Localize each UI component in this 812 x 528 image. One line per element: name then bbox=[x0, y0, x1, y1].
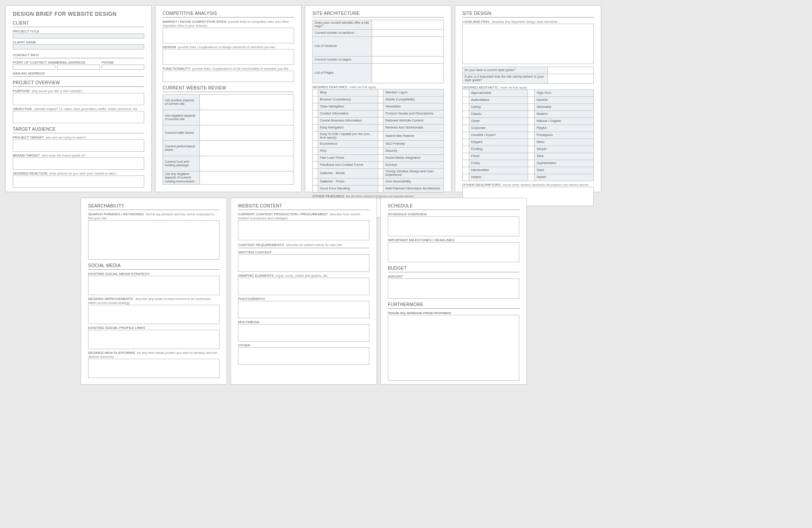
client-name-input[interactable] bbox=[13, 44, 144, 50]
design-input[interactable] bbox=[163, 49, 294, 65]
q1-cell[interactable] bbox=[548, 67, 594, 74]
feature-check[interactable] bbox=[313, 162, 318, 169]
review-cell[interactable] bbox=[199, 95, 294, 110]
written-input[interactable] bbox=[238, 254, 369, 272]
objective-input[interactable] bbox=[13, 111, 144, 123]
sitemap-cell[interactable] bbox=[372, 20, 443, 30]
list-pages-cell[interactable] bbox=[372, 63, 443, 83]
aesth-check[interactable] bbox=[528, 153, 535, 160]
feature-check[interactable] bbox=[313, 185, 318, 192]
func-input[interactable] bbox=[163, 71, 294, 82]
aesth-check[interactable] bbox=[463, 174, 469, 181]
aesth-check[interactable] bbox=[463, 132, 469, 139]
aesth-check[interactable] bbox=[528, 139, 535, 146]
feature-check[interactable] bbox=[313, 141, 318, 148]
aesth-check[interactable] bbox=[463, 96, 469, 103]
feature-check[interactable] bbox=[313, 178, 318, 185]
review-cell[interactable] bbox=[199, 125, 294, 141]
aesth-check[interactable] bbox=[463, 167, 469, 174]
feature-check[interactable] bbox=[378, 103, 383, 110]
contact-info-label: CONTACT INFO bbox=[13, 53, 144, 57]
feature-check[interactable] bbox=[378, 148, 383, 155]
aesth-check[interactable] bbox=[463, 160, 469, 167]
num-sections-cell[interactable] bbox=[372, 29, 443, 36]
aesth-check[interactable] bbox=[463, 118, 469, 125]
amount-input[interactable] bbox=[388, 278, 519, 299]
market-input[interactable] bbox=[163, 28, 294, 43]
aesth-check[interactable] bbox=[463, 103, 469, 111]
q2-cell[interactable] bbox=[548, 74, 594, 84]
aesth-check[interactable] bbox=[528, 160, 535, 167]
aesth-check[interactable] bbox=[463, 89, 469, 96]
feature-check[interactable] bbox=[313, 89, 318, 96]
review-cell[interactable] bbox=[199, 110, 294, 125]
feature-check[interactable] bbox=[313, 110, 318, 117]
feature-name: FAQ bbox=[318, 148, 378, 155]
feature-check[interactable] bbox=[378, 155, 383, 162]
email-input[interactable] bbox=[57, 64, 99, 70]
other-content-input[interactable] bbox=[238, 347, 369, 365]
feature-name: Galleries - Media bbox=[318, 169, 378, 178]
kw-input[interactable] bbox=[88, 220, 220, 260]
photo-input[interactable] bbox=[238, 301, 369, 318]
feature-check[interactable] bbox=[378, 117, 383, 124]
look-input[interactable] bbox=[462, 24, 594, 64]
feature-check[interactable] bbox=[378, 124, 383, 131]
aesth-check[interactable] bbox=[463, 139, 469, 146]
milestones-input[interactable] bbox=[388, 242, 519, 262]
feature-check[interactable] bbox=[313, 169, 318, 178]
feature-check[interactable] bbox=[313, 103, 318, 110]
feature-name: Relevant Website Content bbox=[383, 117, 444, 124]
project-target-input[interactable] bbox=[13, 139, 144, 152]
neg-host-cell[interactable] bbox=[199, 171, 294, 185]
feature-check[interactable] bbox=[378, 131, 383, 141]
aesth-check[interactable] bbox=[528, 96, 535, 103]
aesth-check[interactable] bbox=[528, 174, 535, 181]
feature-check[interactable] bbox=[313, 117, 318, 124]
existing-strategy-input[interactable] bbox=[88, 276, 220, 295]
new-platforms-input[interactable] bbox=[88, 359, 220, 378]
aesth-check[interactable] bbox=[528, 89, 535, 96]
list-sections-cell[interactable] bbox=[372, 36, 443, 56]
aesth-check[interactable] bbox=[528, 146, 535, 153]
review-cell[interactable] bbox=[199, 141, 294, 156]
feature-check[interactable] bbox=[313, 96, 318, 103]
more-input[interactable] bbox=[388, 315, 519, 381]
feature-check[interactable] bbox=[313, 148, 318, 155]
num-pages-cell[interactable] bbox=[372, 56, 443, 63]
schedule-overview-input[interactable] bbox=[388, 216, 519, 236]
brand-target-input[interactable] bbox=[13, 157, 144, 170]
aesth-check[interactable] bbox=[463, 146, 469, 153]
feature-check[interactable] bbox=[378, 141, 383, 148]
purpose-input[interactable] bbox=[13, 93, 144, 105]
aesth-check[interactable] bbox=[528, 118, 535, 125]
improve-input[interactable] bbox=[88, 305, 220, 324]
aesth-check[interactable] bbox=[528, 111, 535, 118]
multi-input[interactable] bbox=[238, 324, 369, 342]
feature-check[interactable] bbox=[378, 178, 383, 185]
aesth-check[interactable] bbox=[528, 125, 535, 132]
aesth-check[interactable] bbox=[528, 103, 535, 111]
profile-links-input[interactable] bbox=[88, 330, 220, 349]
graphic-input[interactable] bbox=[238, 278, 369, 295]
aesth-check[interactable] bbox=[528, 167, 535, 174]
aesth-check[interactable] bbox=[528, 132, 535, 139]
feature-check[interactable] bbox=[378, 185, 383, 192]
phone-input[interactable] bbox=[102, 64, 144, 70]
aesth-check[interactable] bbox=[463, 111, 469, 118]
feature-check[interactable] bbox=[313, 155, 318, 162]
poc-input[interactable] bbox=[13, 64, 55, 70]
feature-check[interactable] bbox=[378, 169, 383, 178]
review-cell[interactable] bbox=[199, 156, 294, 171]
feature-check[interactable] bbox=[313, 124, 318, 131]
feature-check[interactable] bbox=[378, 162, 383, 169]
aesth-check[interactable] bbox=[463, 125, 469, 132]
project-title-input[interactable] bbox=[13, 33, 144, 39]
feature-check[interactable] bbox=[378, 89, 383, 96]
feature-check[interactable] bbox=[313, 131, 318, 141]
feature-check[interactable] bbox=[378, 96, 383, 103]
current-content-input[interactable] bbox=[238, 220, 369, 240]
feature-check[interactable] bbox=[378, 110, 383, 117]
reaction-input[interactable] bbox=[13, 175, 144, 188]
aesth-check[interactable] bbox=[463, 153, 469, 160]
